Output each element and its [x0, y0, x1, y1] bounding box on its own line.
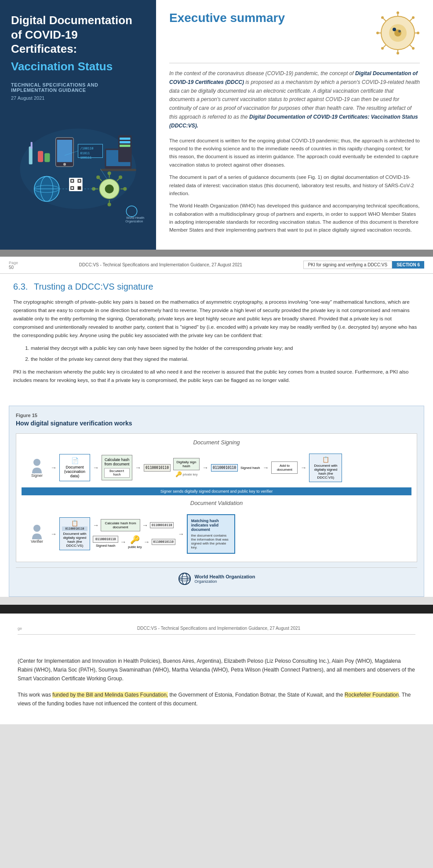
doc-signing-diagram: Document Signing Signer → 📄 Document (va… — [16, 433, 417, 562]
private-key-label: private key — [183, 473, 198, 476]
who-name-line2: Organization — [195, 579, 255, 584]
svg-point-65 — [381, 16, 384, 19]
svg-rect-45 — [71, 180, 73, 182]
code-v2: 01100010110 — [93, 536, 118, 543]
transfer-bar: Signer sends digitally signed document a… — [22, 487, 411, 495]
cover-illustration: /100110 01011 100111 — [11, 109, 145, 224]
doc-vacc-box: 📄 Document (vaccination data) — [59, 454, 90, 481]
back-funding-highlight-2: Rockefeller Foundation — [345, 692, 399, 698]
page-header: Page 50 DDCC:VS - Technical Specificatio… — [0, 257, 433, 274]
figure-15: Figure 15 How digital signature verifica… — [9, 406, 424, 597]
matching-desc: the document contains the information th… — [191, 534, 231, 549]
code-v3: 01100010110 — [150, 522, 174, 528]
code-box-2: 01100010110 — [211, 464, 238, 472]
exec-title: Executive summary — [169, 11, 285, 25]
svg-point-72 — [33, 459, 40, 466]
svg-rect-18 — [120, 145, 130, 147]
cover-right-panel: Executive summary — [156, 0, 433, 250]
svg-point-54 — [393, 28, 396, 31]
header-center-text: DDCC:VS - Technical Specifications and I… — [79, 262, 242, 267]
svg-point-55 — [398, 30, 401, 33]
signed-hash-v: Signed hash — [96, 544, 115, 548]
document-page: Page 50 DDCC:VS - Technical Specificatio… — [0, 257, 433, 597]
svg-line-68 — [383, 45, 386, 47]
arrow-v5: → — [144, 538, 150, 545]
virus-icon — [376, 11, 420, 55]
svg-point-63 — [417, 32, 419, 34]
pki-label: PKI for signing and verifying a DDCC:VS — [303, 261, 393, 269]
list-item-1: material they decrypt with a public key … — [31, 344, 420, 352]
section-badge: SECTION 6 — [392, 261, 424, 269]
svg-point-59 — [397, 52, 399, 54]
back-text2-middle: the Government of Estonia, Fondation Bot… — [168, 692, 345, 698]
cover-subtitle: Vaccination Status — [11, 60, 145, 73]
svg-point-20 — [105, 184, 114, 193]
doc-signed-v-box: 📋 01100010110 Document with digitally si… — [59, 517, 90, 550]
body-text-1: The cryptographic strength of private–pu… — [13, 298, 420, 340]
svg-point-28 — [123, 187, 127, 190]
section-number: 6.3. — [13, 282, 28, 291]
cover-date: 27 August 2021 — [11, 95, 145, 101]
svg-rect-46 — [79, 180, 80, 182]
back-page: ge DDCC:VS - Technical Specifications an… — [0, 614, 433, 724]
back-text-2: This work was funded by the Bill and Mel… — [18, 690, 415, 708]
arrow-v3: → — [142, 522, 148, 529]
svg-rect-44 — [77, 186, 81, 189]
svg-point-73 — [33, 525, 40, 532]
matching-box: Matching hash indicates valid document t… — [187, 514, 235, 554]
svg-rect-6 — [57, 140, 73, 162]
arrow-v6: → — [178, 530, 184, 538]
svg-line-66 — [410, 18, 412, 21]
body-text-2: PKI is the mechanism whereby the public … — [13, 368, 420, 385]
signed-hash-label: Signed hash — [240, 466, 260, 470]
svg-rect-2 — [31, 142, 33, 149]
back-header-center: DDCC:VS - Technical Specifications and I… — [137, 626, 300, 631]
arrow-5: → — [262, 464, 269, 471]
add-to-doc-box: Add to document — [271, 461, 298, 474]
signing-title: Document Signing — [22, 439, 411, 446]
signer-person: Signer — [26, 458, 48, 478]
svg-text:100111: 100111 — [80, 155, 92, 159]
svg-line-70 — [410, 45, 412, 47]
arrow-v2: → — [93, 522, 99, 529]
arrow-v4: → — [120, 538, 126, 545]
arrow-2: → — [93, 464, 99, 471]
cover-title-line1: Digital Documentation of COVID-19 Certif… — [11, 13, 145, 56]
svg-rect-47 — [71, 187, 73, 189]
code-v1: 01100010110 — [62, 527, 87, 531]
matching-title: Matching hash indicates valid document — [191, 519, 231, 532]
arrow-3: → — [135, 464, 141, 471]
svg-point-22 — [108, 171, 111, 175]
figure-who-footer: World Health Organization Organization — [16, 567, 417, 590]
exec-header: Executive summary — [169, 11, 420, 55]
cover-section: Digital Documentation of COVID-19 Certif… — [0, 0, 433, 250]
code-v4: 01100010110 — [152, 539, 175, 545]
svg-point-48 — [126, 206, 137, 216]
svg-line-64 — [383, 18, 386, 21]
doc-hash-label: Document hash — [104, 468, 130, 478]
figure-label: Figure 15 — [16, 413, 417, 418]
arrow-v1: → — [51, 530, 57, 538]
svg-point-71 — [412, 47, 415, 50]
who-name-line1: World Health Organization — [195, 574, 255, 579]
digitally-sign-box: Digitally sign hash — [173, 458, 200, 470]
svg-text:01011: 01011 — [80, 151, 90, 155]
svg-rect-14 — [100, 169, 136, 171]
svg-text:Organization: Organization — [125, 220, 143, 223]
svg-rect-16 — [120, 137, 130, 139]
who-logo-icon — [178, 572, 191, 585]
page-header-right: PKI for signing and verifying a DDCC:VS … — [303, 261, 424, 269]
validation-title: Document Validation — [22, 500, 411, 506]
svg-text:World Health: World Health — [126, 216, 144, 219]
svg-point-7 — [63, 163, 66, 165]
calc-hash-box: Calculate hash from document Document ha… — [102, 455, 132, 480]
svg-rect-1 — [29, 146, 33, 164]
page-separator-2 — [0, 605, 433, 614]
exec-para2: The current document is written for the … — [169, 137, 420, 169]
svg-point-32 — [119, 175, 122, 179]
svg-rect-3 — [38, 151, 43, 162]
arrow-6: → — [300, 464, 306, 471]
exec-para4: The World Health Organization (WHO) has … — [169, 202, 420, 234]
back-page-num: ge — [18, 626, 22, 631]
section-heading: 6.3. Trusting a DDCC:VS signature — [13, 282, 420, 292]
